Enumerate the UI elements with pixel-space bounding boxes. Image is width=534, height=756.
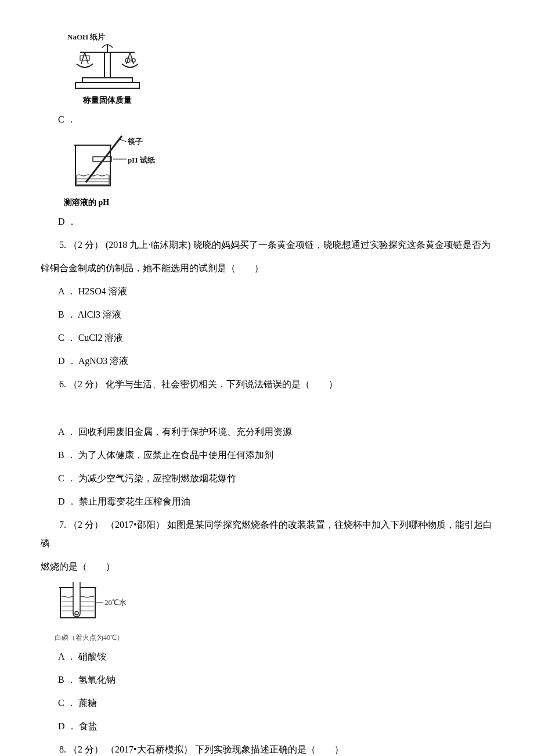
q6-option-c: C ． 为减少空气污染，应控制燃放烟花爆竹 <box>58 469 493 488</box>
svg-line-4 <box>81 52 85 64</box>
figure-d-chopstick-label: 筷子 <box>127 137 143 146</box>
option-d-label-line: D ． <box>58 213 493 231</box>
figure-7-baiphos-label: 白磷（着火点为40℃） <box>55 633 136 643</box>
figure-c-block: NaOH 纸片 称量固体质量 <box>64 31 493 106</box>
option-c-letter: C ． <box>58 114 76 124</box>
q5-stem-line1: 5. （2 分） (2018 九上·临沭期末) 晓晓的妈妈买了一条黄金项链，晓晓… <box>41 236 493 254</box>
q5-option-c: C ． CuCl2 溶液 <box>58 329 493 347</box>
q7-stem-line1: 7. （2 分） （2017•邵阳） 如图是某同学探究燃烧条件的改装装置，往烧杯… <box>41 516 493 553</box>
q8-stem: 8. （2 分） （2017•大石桥模拟） 下列实验现象描述正确的是（ ） <box>41 740 493 756</box>
q6-stem: 6. （2 分） 化学与生活、社会密切相关．下列说法错误的是（ ） <box>41 375 493 394</box>
q5-option-d: D ． AgNO3 溶液 <box>58 352 493 370</box>
option-d-letter: D ． <box>58 217 77 226</box>
figure-d-caption: 测溶液的 pH <box>64 197 157 208</box>
q6-option-d: D ． 禁止用霉变花生压榨食用油 <box>58 492 493 511</box>
spacer <box>41 398 493 418</box>
svg-rect-0 <box>75 82 139 88</box>
q5-option-b: B ． AlCl3 溶液 <box>58 305 493 324</box>
figure-d-block: 筷子 pH 试纸 测溶液的 pH <box>64 134 493 208</box>
option-c-label-line: C ． <box>58 110 493 129</box>
figure-7-block: 20℃水 白磷（着火点为40℃） <box>55 581 136 643</box>
figure-c-naoh-label: NaOH 纸片 <box>67 33 105 41</box>
q7-option-d: D ． 食盐 <box>58 717 493 736</box>
q7-stem-line2: 燃烧的是（ ） <box>41 557 493 576</box>
q6-option-a: A ． 回收利用废旧金属，有利于保护环境、充分利用资源 <box>58 423 493 441</box>
q7-option-b: B ． 氢氧化钠 <box>58 671 493 689</box>
q5-stem-line2: 锌铜合金制成的仿制品，她不能选用的试剂是（ ） <box>41 259 493 278</box>
figure-7-temp-label: 20℃水 <box>104 598 127 607</box>
svg-line-5 <box>85 52 88 64</box>
figure-c-caption: 称量固体质量 <box>64 95 151 106</box>
figure-d-image: 筷子 pH 试纸 测溶液的 pH <box>64 134 157 208</box>
svg-line-16 <box>120 139 127 142</box>
figure-c-image: NaOH 纸片 称量固体质量 <box>64 31 151 106</box>
svg-rect-2 <box>104 52 110 78</box>
q6-option-b: B ． 为了人体健康，应禁止在食品中使用任何添加剂 <box>58 446 493 465</box>
q7-option-a: A ． 硝酸铵 <box>58 647 493 666</box>
figure-d-paper-label: pH 试纸 <box>128 156 155 164</box>
svg-rect-1 <box>82 78 132 82</box>
q5-option-a: A ． H2SO4 溶液 <box>58 282 493 301</box>
q7-option-c: C ． 蔗糖 <box>58 694 493 712</box>
